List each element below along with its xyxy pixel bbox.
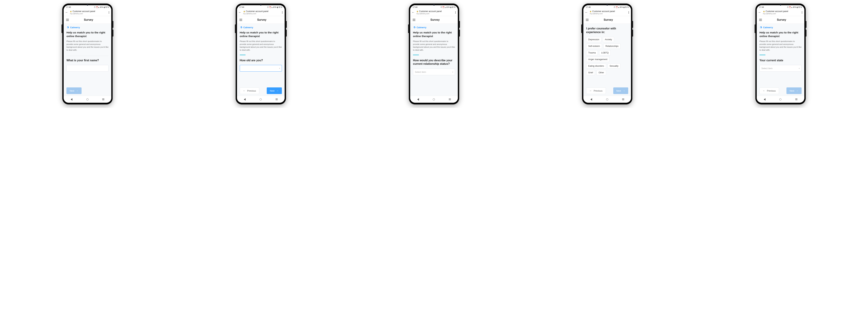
app-bar: Survey [237,16,285,24]
next-button[interactable]: Next→ [613,87,628,94]
browser-bar: ← 🔒Customer account panel my.calmerry.co… [583,9,631,16]
kebab-menu-icon[interactable] [628,10,630,14]
previous-button[interactable]: ←Previous [240,87,259,94]
page-url: my.calmerry.com [590,13,626,15]
next-button[interactable]: Next→ [66,87,82,94]
nav-back-icon[interactable] [764,98,766,101]
kebab-menu-icon[interactable] [455,10,457,14]
nav-recents-icon[interactable] [795,99,797,100]
nav-home-icon[interactable] [779,99,781,101]
progress-bar [760,55,802,55]
progress-bar [413,55,455,55]
next-button[interactable]: Next→ [267,87,282,94]
nav-recents-icon[interactable] [622,99,624,100]
chip-lgbtq[interactable]: LGBTQ [599,50,611,55]
status-icons: ⏱ ⏰ ▴ .ıll H+ ▮82 % [94,6,109,8]
lock-icon: 🔒 [590,10,592,12]
status-bar: 17:44 ⏱ ⏰ ▴ .ıll H+ ▮82 % [757,5,804,9]
hamburger-icon[interactable] [413,19,415,21]
hamburger-icon[interactable] [66,19,69,21]
intro-heading: Help us match you to the right online th… [413,31,455,38]
nav-back-icon[interactable] [590,98,592,101]
lock-icon: 🔒 [243,10,245,12]
previous-button[interactable]: ←Previous [760,87,779,94]
chip-trauma[interactable]: Trauma [586,50,598,55]
nav-home-icon[interactable] [86,99,89,101]
kebab-menu-icon[interactable] [801,10,803,14]
arrow-left-icon: ← [243,89,246,92]
next-button[interactable]: Next→ [786,87,802,94]
select-placeholder: Select item [762,67,773,69]
status-icons: ⏱ ⏰ ▴ .ıll H+ ▮81 % [614,6,628,8]
nav-recents-icon[interactable] [102,99,104,100]
nav-recents-icon[interactable] [449,99,451,100]
arrow-left-icon: ← [763,89,765,92]
status-bar: 17:46 ⏱ ⏰ ▴ .ıll H+ ▮81 % [583,5,631,9]
survey-question: Your current state [760,59,802,62]
status-icons: ⏱ ⏰ ▴ .ıll H+ ▮82 % [267,6,282,8]
phone-mockup: 17:43 ⏱ ⏰ ▴ .ıll H+ ▮82 % ← 🔒Customer ac… [62,3,113,105]
lock-icon: 🔒 [416,10,418,12]
app-title: Survey [245,18,279,21]
nav-back-icon[interactable] [71,98,72,101]
chip-sexuality[interactable]: Sexuality [608,63,621,68]
page-title: 🔒Customer account panel [763,10,799,12]
app-title: Survey [591,18,625,21]
status-icons: ⏱ ⏰ ▴ .ıll H+ ▮82 % [787,6,802,8]
browser-bar: ← 🔒Customer account panel my.calmerry.co… [410,9,458,16]
chip-anxiety[interactable]: Anxiety [603,37,614,42]
nav-back-icon[interactable] [244,98,246,101]
app-title: Survey [418,18,452,21]
chip-self-esteem[interactable]: Self-esteem [586,44,602,49]
arrow-right-icon: → [796,89,799,92]
arrow-right-icon: → [276,89,279,92]
back-icon[interactable]: ← [238,10,242,14]
nav-recents-icon[interactable] [276,99,278,100]
age-select[interactable]: ▾ [240,65,282,72]
hamburger-icon[interactable] [240,19,242,21]
app-title: Survey [764,18,799,21]
kebab-menu-icon[interactable] [281,10,283,14]
nav-home-icon[interactable] [433,99,435,101]
hamburger-icon[interactable] [759,19,762,21]
status-time: 17:43 [66,6,71,8]
brand-logo: Calmerry [66,26,108,29]
nav-home-icon[interactable] [259,99,262,101]
status-bar: 17:43 ⏱ ⏰ ▴ .ıll H+ ▮82 % [64,5,111,9]
previous-button[interactable]: ←Previous [586,87,606,94]
intro-description: Please fill out this short questionnaire… [760,40,802,52]
phone-mockup: 17:44 ⏱ ⏰ ▴ .ıll H+ ▮82 % ← 🔒Customer ac… [236,3,286,105]
page-url: my.calmerry.com [243,13,280,15]
survey-question: How would you describe your current rela… [413,59,455,66]
back-icon[interactable]: ← [758,10,761,14]
back-icon[interactable]: ← [411,10,415,14]
chip-depression[interactable]: Depression [586,37,601,42]
back-icon[interactable]: ← [585,10,588,14]
back-icon[interactable]: ← [65,10,68,14]
chip-other[interactable]: Other [596,70,606,75]
chip-eating-disorders[interactable]: Eating disorders [586,63,606,68]
nav-home-icon[interactable] [606,99,608,101]
phone-mockup: 17:44 ⏱ ⏰ ▴ .ıll H+ ▮82 % ← 🔒Customer ac… [755,3,806,105]
relationship-select[interactable]: Select item ▾ [413,68,455,75]
first-name-input[interactable] [66,65,108,72]
android-nav-bar [583,96,631,103]
phone-mockup: 17:46 ⏱ ⏰ ▴ .ıll H+ ▮81 % ← 🔒Customer ac… [582,3,632,105]
browser-bar: ← 🔒Customer account panel my.calmerry.co… [64,9,111,16]
kebab-menu-icon[interactable] [108,10,110,14]
survey-question: How old are you? [240,59,282,62]
status-bar: 17:44 ⏱ ⏰ ▴ .ıll H+ ▮82 % [410,5,458,9]
chip-grief[interactable]: Grief [586,70,595,75]
nav-back-icon[interactable] [417,98,419,101]
gear-icon [413,26,415,29]
hamburger-icon[interactable] [586,19,589,21]
intro-description: Please fill out this short questionnaire… [240,40,282,52]
app-bar: Survey [583,16,631,24]
status-time: 17:46 [586,6,591,8]
chip-relationships[interactable]: Relationships [603,44,621,49]
page-title: 🔒Customer account panel [243,10,280,12]
status-bar: 17:44 ⏱ ⏰ ▴ .ıll H+ ▮82 % [237,5,285,9]
chip-anger-management[interactable]: Anger management [586,57,610,62]
state-select[interactable]: Select item ▾ [760,65,802,72]
arrow-right-icon: → [76,89,79,92]
